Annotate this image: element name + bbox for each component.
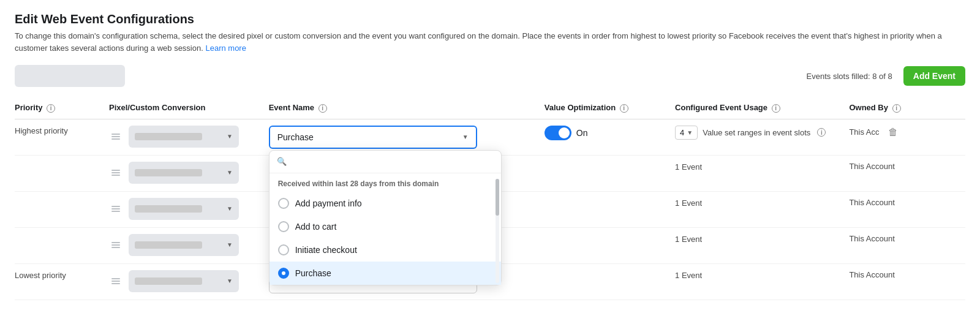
- pixel-dropdown[interactable]: ▼: [129, 126, 239, 148]
- owned-by-cell: This Account: [849, 191, 965, 227]
- pixel-dropdown-caret: ▼: [227, 205, 233, 212]
- pixel-dropdown[interactable]: ▼: [129, 234, 239, 256]
- owned-by-cell: This Account: [849, 227, 965, 263]
- events-slots-label: Events slots filled: 8 of 8: [807, 72, 892, 81]
- configured-usage-cell: 1 Event: [675, 191, 849, 227]
- toggle-on-label: On: [576, 128, 588, 138]
- pixel-dropdown[interactable]: ▼: [129, 198, 239, 220]
- value-opt-cell: [545, 263, 675, 300]
- drag-handle[interactable]: [109, 167, 123, 178]
- value-opt-cell: [545, 155, 675, 191]
- event-name-info-icon[interactable]: i: [318, 104, 327, 113]
- priority-cell: Highest priority: [15, 119, 109, 155]
- num-dropdown[interactable]: 4▼: [675, 126, 698, 140]
- event-count: 1 Event: [675, 162, 702, 172]
- owned-by-value: This Account: [849, 198, 894, 207]
- page-description: To change this domain's configuration sc…: [15, 30, 958, 54]
- owned-by-value: This Account: [849, 162, 894, 171]
- event-count: 1 Event: [675, 271, 702, 280]
- owned-by-cell: This Account: [849, 263, 965, 300]
- radio-circle: [278, 244, 289, 255]
- owned-by-cell: This Account: [849, 155, 965, 191]
- owned-by-info-icon[interactable]: i: [892, 104, 901, 113]
- drag-handle[interactable]: [109, 240, 123, 251]
- pixel-dropdown[interactable]: ▼: [129, 270, 239, 292]
- dropdown-item[interactable]: Add to cart: [270, 215, 501, 238]
- value-opt-cell: [545, 227, 675, 263]
- priority-info-icon[interactable]: i: [47, 104, 55, 113]
- slots-area: Events slots filled: 8 of 8 Add Event: [807, 66, 965, 86]
- pixel-cell: ▼: [109, 227, 269, 263]
- table-row: Highest priority▼Purchase▼🔍Received with…: [15, 119, 965, 155]
- event-count: 1 Event: [675, 198, 702, 208]
- dropdown-item[interactable]: Initiate checkout: [270, 238, 501, 262]
- owned-by-value: This Acc: [849, 127, 879, 137]
- col-value-opt: Value Optimization i: [545, 98, 675, 119]
- value-ranges-text: Value set ranges in event slots: [703, 128, 810, 137]
- dropdown-item-label: Add payment info: [295, 198, 362, 208]
- col-pixel: Pixel/Custom Conversion: [109, 98, 269, 119]
- col-priority: Priority i: [15, 98, 109, 119]
- radio-circle: [278, 198, 289, 209]
- search-icon: 🔍: [277, 157, 287, 166]
- event-name-cell: Purchase▼🔍Received within last 28 days f…: [269, 119, 545, 155]
- owned-by-value: This Account: [849, 234, 894, 243]
- priority-cell: [15, 155, 109, 191]
- dropdown-item[interactable]: Add payment info: [270, 192, 501, 215]
- pixel-dropdown-caret: ▼: [227, 133, 233, 140]
- value-opt-cell: On: [545, 119, 675, 155]
- configured-usage-cell: 1 Event: [675, 155, 849, 191]
- pixel-cell: ▼: [109, 155, 269, 191]
- dropdown-item-label: Purchase: [295, 268, 331, 278]
- learn-more-link[interactable]: Learn more: [205, 43, 246, 53]
- drag-handle[interactable]: [109, 276, 123, 287]
- col-event-name: Event Name i: [269, 98, 545, 119]
- dropdown-item-label: Add to cart: [295, 222, 337, 232]
- event-name-value: Purchase: [277, 132, 314, 142]
- radio-circle: [278, 221, 289, 232]
- value-opt-toggle[interactable]: [545, 126, 571, 140]
- value-opt-info-icon[interactable]: i: [620, 104, 628, 113]
- owned-by-cell: This Acc🗑: [849, 119, 965, 155]
- col-configured-usage: Configured Event Usage i: [675, 98, 849, 119]
- page-title: Edit Web Event Configurations: [15, 12, 965, 26]
- event-count: 1 Event: [675, 235, 702, 244]
- pixel-cell: ▼: [109, 263, 269, 300]
- configured-usage-cell: 1 Event: [675, 263, 849, 300]
- event-dropdown-overlay: 🔍Received within last 28 days from this …: [269, 150, 502, 285]
- configured-usage-info-icon[interactable]: i: [772, 104, 780, 113]
- scrollbar-thumb[interactable]: [496, 179, 499, 216]
- scrollbar-track[interactable]: [496, 179, 499, 283]
- highest-priority-label: Highest priority: [15, 121, 68, 135]
- add-event-button[interactable]: Add Event: [903, 66, 965, 86]
- pixel-dropdown-caret: ▼: [227, 241, 233, 248]
- lowest-priority-label: Lowest priority: [15, 266, 66, 280]
- delete-button[interactable]: 🗑: [884, 126, 902, 139]
- pixel-dropdown-caret: ▼: [227, 277, 233, 284]
- pixel-selector-placeholder: [15, 65, 125, 87]
- event-dropdown-caret: ▼: [462, 134, 469, 140]
- owned-by-value: This Account: [849, 270, 894, 279]
- priority-cell: Lowest priority: [15, 263, 109, 300]
- event-name-dropdown[interactable]: Purchase▼: [269, 126, 477, 149]
- pixel-selector-bar: Events slots filled: 8 of 8 Add Event: [15, 65, 965, 87]
- pixel-cell: ▼: [109, 119, 269, 155]
- configured-usage-cell: 4▼Value set ranges in event slotsi: [675, 119, 849, 155]
- radio-circle: [278, 268, 289, 279]
- drag-handle[interactable]: [109, 203, 123, 214]
- pixel-dropdown-caret: ▼: [227, 169, 233, 176]
- drag-handle[interactable]: [109, 131, 123, 142]
- dropdown-section-label: Received within last 28 days from this d…: [270, 173, 501, 192]
- priority-cell: [15, 227, 109, 263]
- dropdown-search-input[interactable]: [292, 157, 494, 167]
- priority-cell: [15, 191, 109, 227]
- pixel-dropdown[interactable]: ▼: [129, 162, 239, 184]
- dropdown-item-label: Initiate checkout: [295, 245, 357, 255]
- dropdown-item[interactable]: Purchase: [270, 262, 501, 285]
- col-owned-by: Owned By i: [849, 98, 965, 119]
- value-ranges-info-icon[interactable]: i: [817, 128, 826, 137]
- events-table: Priority i Pixel/Custom Conversion Event…: [15, 98, 965, 300]
- value-opt-cell: [545, 191, 675, 227]
- pixel-cell: ▼: [109, 191, 269, 227]
- configured-usage-cell: 1 Event: [675, 227, 849, 263]
